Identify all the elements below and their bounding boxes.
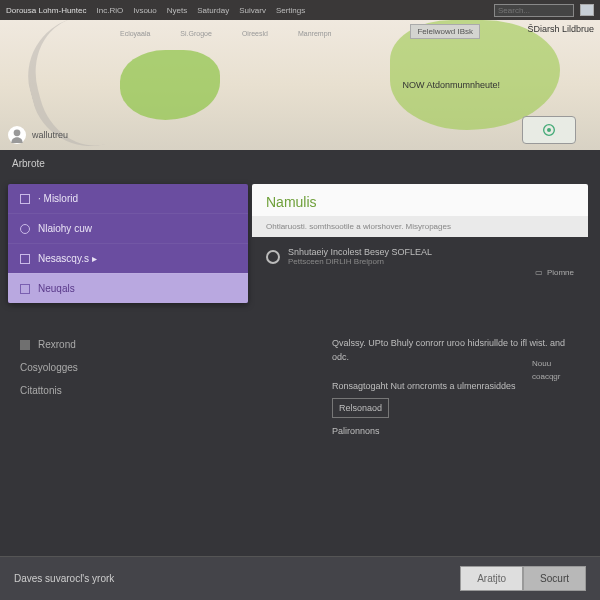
dot-icon [20, 224, 30, 234]
topbar: Dorousa Lohm-Huntec Inc.RiO Ivsouo Nyets… [0, 0, 600, 20]
aside-label: coacqgr [532, 371, 588, 384]
target-icon [541, 122, 557, 138]
sidebar-item[interactable]: Nlaiohy cuw [8, 213, 248, 243]
svg-point-0 [14, 129, 21, 136]
accept-button[interactable]: Aratjto [460, 566, 523, 591]
sidebar-item[interactable]: Rexrond [20, 333, 248, 356]
go-button[interactable] [580, 4, 594, 16]
map-city-labels: Ecloyaala Si.Grogoe Oireesld Manrempn [120, 30, 331, 37]
filter-icon [20, 284, 30, 294]
sidebar-secondary: Rexrond Cosyologges Citattonis [8, 333, 248, 402]
top-nav: Inc.RiO Ivsouo Nyets Saturday Suivarv Se… [96, 6, 305, 15]
sidebar-item[interactable]: Citattonis [20, 379, 248, 402]
sidebar-menu: · Mislorid Nlaiohy cuw Nesascqy.s ▸ Neuq… [8, 184, 248, 303]
aside-label: Nouu [532, 358, 588, 371]
nav-item[interactable]: Nyets [167, 6, 187, 15]
nav-item[interactable]: Sertings [276, 6, 305, 15]
chip-label: Palironnons [332, 422, 380, 440]
footer-hint: Daves suvarocl's yrork [14, 573, 114, 584]
nav-item[interactable]: Inc.RiO [96, 6, 123, 15]
sidebar-item[interactable]: Cosyologges [20, 356, 248, 379]
nav-item[interactable]: Ivsouo [133, 6, 157, 15]
content-title: Namulis [252, 184, 588, 216]
map-region[interactable]: Ecloyaala Si.Grogoe Oireesld Manrempn Fe… [0, 20, 600, 150]
panel-title: Arbrote [0, 150, 600, 177]
map-annotation: NOW Atdonmumnheute! [402, 80, 500, 90]
map-badge[interactable]: Felelwowd IBsk [410, 24, 480, 39]
pin-icon [20, 254, 30, 264]
content-subtitle: Ohtlaruosti. somthsootile a wiorshover. … [252, 216, 588, 237]
dialog-footer: Daves suvarocl's yrork Aratjto Socurt [0, 556, 600, 600]
submit-button[interactable]: Socurt [523, 566, 586, 591]
main-panel: Namulis Ohtlaruosti. somthsootile a wior… [252, 184, 588, 440]
content-body: Qvalssy. UPto Bhuly conrorr uroo hidsriu… [252, 276, 588, 440]
search-input[interactable] [494, 4, 574, 17]
sidebar-item[interactable]: · Mislorid [8, 184, 248, 213]
nav-item[interactable]: Saturday [197, 6, 229, 15]
nav-item[interactable]: Suivarv [239, 6, 266, 15]
sidebar: · Mislorid Nlaiohy cuw Nesascqy.s ▸ Neuq… [8, 184, 248, 402]
map-layer-widget[interactable] [522, 116, 576, 144]
map-link[interactable]: ŠDiarsh Lildbrue [527, 24, 594, 34]
doc-icon [20, 194, 30, 204]
svg-point-2 [547, 128, 551, 132]
avatar-icon [8, 126, 26, 144]
tag-icon: ▭ [535, 268, 543, 277]
square-icon [20, 340, 30, 350]
circle-icon [266, 250, 280, 264]
user-label[interactable]: wallutreu [8, 126, 68, 144]
chip[interactable]: Relsonaod [332, 398, 389, 418]
row-action[interactable]: ▭ Piomne [535, 268, 574, 277]
sidebar-item-selected[interactable]: Neuqals [8, 273, 248, 303]
brand: Dorousa Lohm-Huntec [6, 6, 86, 15]
modal-overlay: Arbrote · Mislorid Nlaiohy cuw Nesascqy.… [0, 150, 600, 600]
sidebar-item[interactable]: Nesascqy.s ▸ [8, 243, 248, 273]
